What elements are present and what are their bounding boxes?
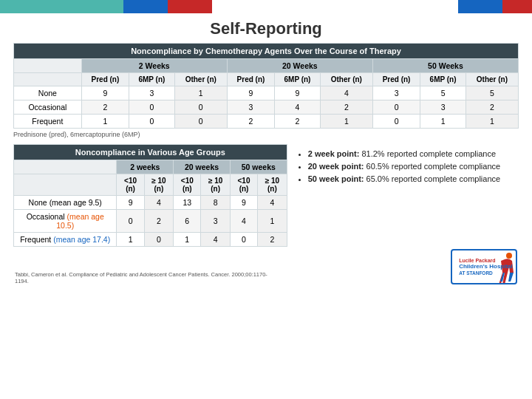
main-section-50weeks: 50 Weeks xyxy=(372,59,518,73)
main-table: Noncompliance by Chemotherapy Agents Ove… xyxy=(13,43,519,129)
main-col-6mp1: 6MP (n) xyxy=(129,73,175,86)
main-cell: 4 xyxy=(275,100,321,115)
main-cell: 2 xyxy=(81,100,129,115)
age-section-20weeks: 20 weeks xyxy=(174,160,231,174)
main-col-other3: Other (n) xyxy=(466,73,518,86)
age-col-noncompliance xyxy=(14,160,117,174)
main-row-label: None xyxy=(14,86,82,100)
age-cell: 8 xyxy=(201,196,231,210)
main-row-label: Frequent xyxy=(14,115,82,129)
age-row-label: None (mean age 9.5) xyxy=(14,196,117,210)
main-col-h0 xyxy=(14,73,82,86)
bottom-section: Tabbi, Cameron et al. Compliance of Pedi… xyxy=(13,249,519,284)
main-col-6mp3: 6MP (n) xyxy=(420,73,466,86)
main-cell: 1 xyxy=(420,115,466,129)
age-section-50weeks: 50 weeks xyxy=(230,160,287,174)
table-row: Frequent (mean age 17.4)101402 xyxy=(14,233,287,247)
content-area: Noncompliance by Chemotherapy Agents Ove… xyxy=(0,43,532,284)
main-cell: 5 xyxy=(420,86,466,100)
main-cell: 2 xyxy=(275,115,321,129)
main-row-label: Occasional xyxy=(14,100,82,115)
age-table: Noncompliance in Various Age Groups 2 we… xyxy=(13,144,287,247)
main-cell: 0 xyxy=(129,100,175,115)
age-col-h0 xyxy=(14,174,117,196)
bullet-col: 2 week point: 81.2% reported complete co… xyxy=(295,144,519,247)
age-col-lt10-3: <10 (n) xyxy=(230,174,257,196)
logo-line2: Children's Hospital xyxy=(459,264,513,270)
table-row: None (mean age 9.5)9413894 xyxy=(14,196,287,210)
age-cell: 4 xyxy=(258,196,287,210)
age-cell: 4 xyxy=(144,196,174,210)
main-cell: 1 xyxy=(466,115,518,129)
age-cell: 2 xyxy=(144,210,174,233)
age-cell: 9 xyxy=(230,196,257,210)
main-cell: 1 xyxy=(320,115,372,129)
bar-blue xyxy=(123,0,168,13)
compliance-bullets: 2 week point: 81.2% reported complete co… xyxy=(295,148,519,185)
main-cell: 0 xyxy=(174,100,227,115)
age-cell: 0 xyxy=(144,233,174,247)
table-row: Occasional (mean age 10.5)026341 xyxy=(14,210,287,233)
main-cell: 3 xyxy=(227,100,274,115)
main-col-other2: Other (n) xyxy=(320,73,372,86)
main-section-20weeks: 20 Weeks xyxy=(227,59,372,73)
main-cell: 9 xyxy=(81,86,129,100)
main-table-footnote: Prednisone (pred), 6mercaptopurine (6MP) xyxy=(13,131,519,138)
age-col-gte10-3: ≥ 10 (n) xyxy=(258,174,287,196)
age-col-gte10-2: ≥ 10 (n) xyxy=(201,174,231,196)
two-col-layout: Noncompliance in Various Age Groups 2 we… xyxy=(13,144,519,247)
age-cell: 0 xyxy=(117,210,144,233)
age-cell: 1 xyxy=(117,233,144,247)
bar-white xyxy=(212,0,458,13)
age-cell: 3 xyxy=(201,210,231,233)
age-col-lt10-2: <10 (n) xyxy=(174,174,201,196)
page-title: Self-Reporting xyxy=(0,13,532,43)
main-cell: 9 xyxy=(227,86,274,100)
list-item: 2 week point: 81.2% reported complete co… xyxy=(308,148,519,160)
main-cell: 4 xyxy=(320,86,372,100)
logo-line3: AT STANFORD xyxy=(459,270,493,276)
table-row: Frequent100221011 xyxy=(14,115,519,129)
top-color-bar xyxy=(0,0,532,13)
main-cell: 1 xyxy=(174,86,227,100)
main-cell: 3 xyxy=(372,86,420,100)
main-col-pred3: Pred (n) xyxy=(372,73,420,86)
main-cell: 2 xyxy=(227,115,274,129)
age-cell: 4 xyxy=(201,233,231,247)
main-cell: 3 xyxy=(129,86,175,100)
age-col-lt10-1: <10 (n) xyxy=(117,174,144,196)
main-cell: 2 xyxy=(320,100,372,115)
age-cell: 0 xyxy=(230,233,257,247)
table-row: None931994355 xyxy=(14,86,519,100)
main-table-title: Noncompliance by Chemotherapy Agents Ove… xyxy=(14,44,519,59)
list-item: 20 week point: 60.5% reported complete c… xyxy=(308,160,519,173)
age-cell: 9 xyxy=(117,196,144,210)
age-col-gte10-1: ≥ 10 (n) xyxy=(144,174,174,196)
age-cell: 1 xyxy=(174,233,201,247)
bar-red2 xyxy=(502,0,532,13)
age-cell: 6 xyxy=(174,210,201,233)
list-item: 50 week point: 65.0% reported complete c… xyxy=(308,173,519,185)
age-cell: 2 xyxy=(258,233,287,247)
main-cell: 9 xyxy=(275,86,321,100)
main-cell: 3 xyxy=(420,100,466,115)
age-row-label: Occasional (mean age 10.5) xyxy=(14,210,117,233)
main-section-2weeks: 2 Weeks xyxy=(81,59,227,73)
hospital-logo: Lucile Packard Children's Hospital AT ST… xyxy=(451,249,517,284)
age-cell: 1 xyxy=(258,210,287,233)
bar-blue2 xyxy=(458,0,502,13)
main-cell: 0 xyxy=(372,115,420,129)
age-row-label: Frequent (mean age 17.4) xyxy=(14,233,117,247)
main-cell: 0 xyxy=(372,100,420,115)
main-cell: 0 xyxy=(174,115,227,129)
age-table-col: Noncompliance in Various Age Groups 2 we… xyxy=(13,144,287,247)
main-col-noncompliance xyxy=(14,59,82,73)
age-cell: 4 xyxy=(230,210,257,233)
bar-red xyxy=(168,0,212,13)
main-cell: 0 xyxy=(129,115,175,129)
logo-box: Lucile Packard Children's Hospital AT ST… xyxy=(451,249,517,284)
main-col-other1: Other (n) xyxy=(174,73,227,86)
main-cell: 2 xyxy=(466,100,518,115)
age-table-title: Noncompliance in Various Age Groups xyxy=(14,145,287,160)
citation: Tabbi, Cameron et al. Compliance of Pedi… xyxy=(15,271,281,284)
